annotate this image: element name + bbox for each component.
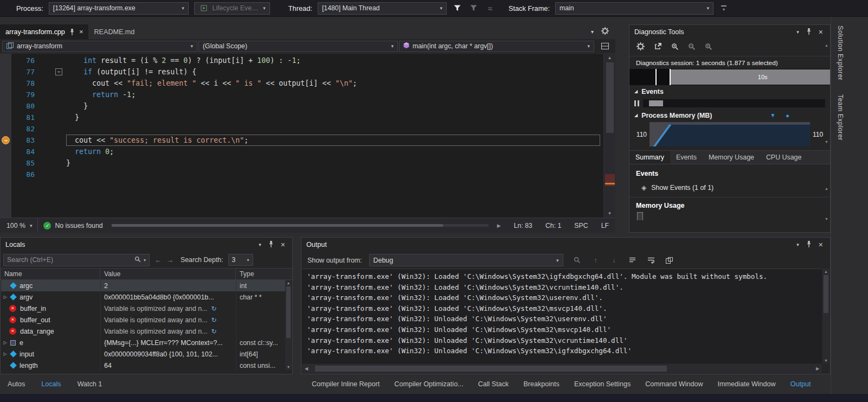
breakpoint-margin[interactable] <box>0 100 11 112</box>
code-line-83[interactable]: →83 cout << "success; result is correct.… <box>0 135 603 146</box>
variable-row-input[interactable]: ▷input0x00000009034ff8a0 {100, 101, 102.… <box>1 348 285 360</box>
document-health-indicator[interactable]: ✓ No issues found <box>43 222 102 229</box>
events-section-header[interactable]: ◢ Events <box>629 85 830 98</box>
memory-section-header[interactable]: ◢ Process Memory (MB) ▼ ● <box>629 109 830 122</box>
code-line-81[interactable]: 81 } <box>0 112 603 123</box>
code-line-76[interactable]: 76 int result = (i % 2 == 0) ? (input[i]… <box>0 55 603 66</box>
project-dropdown[interactable]: array-transform ▾ <box>2 41 197 52</box>
column-indicator[interactable]: Ch: 1 <box>545 222 561 229</box>
code-line-85[interactable]: 85} <box>0 157 603 169</box>
tab-events[interactable]: Events <box>670 151 703 164</box>
scrollbar-thumb[interactable] <box>286 286 291 338</box>
scope-dropdown[interactable]: (Global Scope) ▾ <box>198 41 398 52</box>
spaces-indicator[interactable]: SPC <box>574 222 588 229</box>
code-line-77[interactable]: 77− if (output[i] != result) { <box>0 66 603 78</box>
output-horizontal-scrollbar[interactable]: ◀ ▶ <box>302 364 822 373</box>
previous-message-icon[interactable]: ↑ <box>591 256 601 265</box>
create-report-icon[interactable] <box>654 42 662 53</box>
variable-row-data-range[interactable]: ×data_rangeVariable is optimized away an… <box>1 326 285 337</box>
find-message-icon[interactable] <box>573 256 582 265</box>
search-options-chevron-icon[interactable]: ▾ <box>144 258 146 263</box>
editor-options-gear-icon[interactable] <box>601 27 609 37</box>
expand-icon[interactable]: ▷ <box>1 352 9 356</box>
code-line-79[interactable]: 79 return -1; <box>0 89 603 100</box>
variable-row-e[interactable]: ▷e{MMsg={...} MCLErr=??? MContext=?...co… <box>1 337 285 348</box>
selection-start-marker[interactable] <box>655 69 657 85</box>
next-message-icon[interactable]: ↓ <box>609 256 619 265</box>
split-editor-icon[interactable] <box>597 41 613 52</box>
tool-tab-watch-1[interactable]: Watch 1 <box>78 380 102 388</box>
column-header-name[interactable]: Name <box>1 269 100 279</box>
lifecycle-events-dropdown[interactable]: Lifecycle Events ▾ <box>194 2 270 15</box>
stack-frame-dropdown[interactable]: main ▾ <box>555 2 713 15</box>
side-tab-team-explorer[interactable]: Team Explorer <box>837 94 844 141</box>
toggle-panes-icon[interactable] <box>665 256 674 265</box>
breakpoint-margin[interactable] <box>0 123 11 135</box>
tool-tab-exception-settings[interactable]: Exception Settings <box>574 380 631 388</box>
variable-row-length[interactable]: length64const unsi... <box>1 360 285 370</box>
breakpoint-margin[interactable] <box>0 78 11 89</box>
tool-tab-call-stack[interactable]: Call Stack <box>478 380 509 388</box>
breakpoint-margin[interactable] <box>0 112 11 123</box>
pin-icon[interactable] <box>69 29 75 35</box>
zoom-in-icon[interactable] <box>671 43 679 53</box>
zoom-dropdown[interactable]: 100 % ▾ <box>7 218 38 233</box>
editor-vertical-scrollbar[interactable]: ▲ ▼ <box>603 54 615 218</box>
variable-row-argv[interactable]: ▷argv0x000001bb5a04d8b0 {0x000001b...cha… <box>1 291 285 303</box>
scroll-right-icon[interactable]: ▶ <box>813 366 822 371</box>
pin-icon[interactable] <box>806 241 812 249</box>
filter-threads-icon[interactable] <box>452 3 463 14</box>
pin-icon[interactable] <box>268 241 274 249</box>
document-tab-readme-md[interactable]: README.md <box>88 24 140 39</box>
diagnostics-timeline[interactable]: 10s <box>629 69 830 85</box>
scroll-down-icon[interactable]: ▼ <box>285 365 292 369</box>
selection-end-marker[interactable] <box>670 69 671 85</box>
fold-collapse-icon[interactable]: − <box>55 68 62 75</box>
window-position-chevron-icon[interactable]: ▾ <box>796 29 799 35</box>
document-tab-array-transform-cpp[interactable]: array-transform.cpp× <box>0 24 88 39</box>
close-icon[interactable]: × <box>819 240 823 249</box>
search-icon[interactable] <box>134 255 141 265</box>
code-editor[interactable]: 76 int result = (i % 2 == 0) ? (input[i]… <box>0 54 615 218</box>
tool-tab-breakpoints[interactable]: Breakpoints <box>523 380 560 388</box>
search-previous-icon[interactable]: ← <box>155 256 162 264</box>
tool-tab-autos[interactable]: Autos <box>8 380 25 388</box>
expand-icon[interactable]: ▷ <box>1 295 9 299</box>
expander-icon[interactable]: ◢ <box>634 113 638 118</box>
column-header-value[interactable]: Value <box>100 269 236 279</box>
clear-all-icon[interactable] <box>628 256 638 265</box>
scrollbar-thumb[interactable] <box>112 224 443 227</box>
scroll-down-icon[interactable]: ▼ <box>825 217 828 221</box>
refresh-icon[interactable]: ↻ <box>211 316 217 324</box>
search-next-icon[interactable]: → <box>166 256 173 264</box>
breakpoint-margin[interactable] <box>0 146 11 157</box>
code-line-78[interactable]: 78 cout << "fail; element " << i << " is… <box>0 78 603 89</box>
scrollbar-thumb[interactable] <box>315 366 667 372</box>
scrollbar-thumb[interactable] <box>606 62 614 133</box>
settings-gear-icon[interactable] <box>636 42 645 53</box>
scroll-right-icon[interactable]: ▶ <box>497 223 501 228</box>
word-wrap-icon[interactable] <box>646 256 656 265</box>
breakpoint-margin[interactable] <box>0 55 11 66</box>
close-icon[interactable]: × <box>79 28 83 36</box>
variable-row-buffer-out[interactable]: ×buffer_outVariable is optimized away an… <box>1 314 285 326</box>
output-lines[interactable]: 'array-transform.exe' (Win32): Loaded 'C… <box>302 269 822 363</box>
search-depth-dropdown[interactable]: 3 ▾ <box>228 254 253 266</box>
output-source-dropdown[interactable]: Debug ▾ <box>369 254 563 266</box>
zoom-out-icon[interactable] <box>688 43 696 53</box>
show-events-link[interactable]: ◈ Show Events (1 of 1) <box>629 180 830 195</box>
locals-scrollbar[interactable]: ▲ ▼ <box>285 280 292 370</box>
close-icon[interactable]: × <box>819 28 823 36</box>
window-position-chevron-icon[interactable]: ▾ <box>796 242 799 247</box>
tab-summary[interactable]: Summary <box>629 151 670 164</box>
side-tab-solution-explorer[interactable]: Solution Explorer <box>837 25 844 80</box>
line-ending-indicator[interactable]: LF <box>601 222 609 229</box>
scrollbar-thumb[interactable] <box>824 275 828 313</box>
thread-dropdown[interactable]: [1480] Main Thread ▾ <box>318 2 447 15</box>
variable-row-buffer-in[interactable]: ×buffer_inVariable is optimized away and… <box>1 303 285 314</box>
variable-row-argc[interactable]: argc2int <box>1 280 285 291</box>
close-icon[interactable]: × <box>281 240 285 249</box>
events-lane-track[interactable] <box>643 99 825 107</box>
scroll-down-icon[interactable]: ▼ <box>604 211 615 216</box>
scroll-left-icon[interactable]: ◀ <box>302 366 311 371</box>
